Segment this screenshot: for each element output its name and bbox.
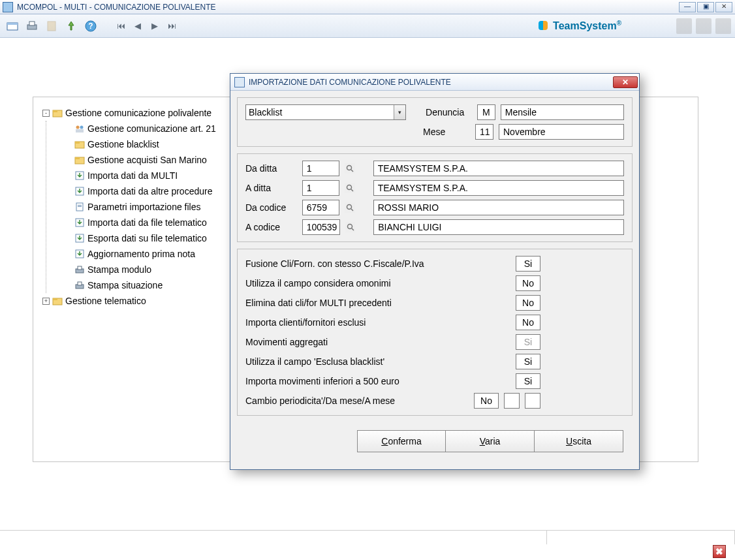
tree-item[interactable]: Importa dati da MULTI: [63, 168, 251, 183]
svg-rect-1: [7, 23, 18, 25]
tree-item-label: Gestione blacklist: [87, 136, 159, 152]
chevron-down-icon[interactable]: ▾: [394, 105, 405, 119]
import-dialog: IMPORTAZIONE DATI COMUNICAZIONE POLIVALE…: [230, 73, 640, 470]
tree-item-label: Gestione acquisti San Marino: [87, 152, 207, 168]
a-codice-desc: BIANCHI LUIGI: [373, 219, 624, 235]
denuncia-desc: Mensile: [501, 104, 624, 120]
print-icon[interactable]: [23, 18, 40, 35]
tree-item-icon: [74, 123, 85, 134]
lookup-icon[interactable]: [345, 222, 356, 232]
option-value[interactable]: No: [516, 315, 540, 330]
svg-line-37: [352, 228, 354, 230]
dialog-close-button[interactable]: ✕: [613, 76, 638, 88]
svg-point-34: [347, 205, 351, 210]
lookup-icon[interactable]: [345, 202, 355, 213]
tree-item-label: Stampa situazione: [87, 277, 163, 293]
svg-rect-11: [76, 129, 84, 132]
clipboard-icon[interactable]: [43, 18, 60, 35]
option-value[interactable]: Si: [516, 373, 540, 389]
help-icon[interactable]: ?: [82, 18, 99, 35]
da-ditta-label: Da ditta: [245, 163, 297, 174]
nav-prev-icon[interactable]: ◀: [132, 20, 144, 32]
option-row: Importa movimenti inferiori a 500 euroSi: [245, 373, 624, 389]
tree-item-icon: [74, 139, 85, 149]
brand-name: TeamSystem®: [553, 20, 621, 32]
a-ditta-label: A ditta: [245, 183, 297, 193]
option-label: Utilizza il campo 'Esclusa blacklist': [245, 356, 510, 367]
svg-line-35: [351, 209, 353, 211]
option-value[interactable]: Si: [516, 256, 540, 272]
tree-item[interactable]: Importa dati da altre procedure: [63, 183, 251, 199]
nav-last-icon[interactable]: ⏭: [166, 20, 178, 32]
a-codice-field[interactable]: 100539: [302, 219, 340, 235]
nav-first-icon[interactable]: ⏮: [115, 20, 127, 32]
folder-icon: [52, 296, 63, 306]
maximize-button[interactable]: ▣: [697, 2, 714, 12]
option-value[interactable]: Si: [516, 354, 540, 369]
tree-item[interactable]: Gestione comunicazione art. 21: [63, 121, 251, 136]
statusbar: ✖: [0, 530, 735, 560]
tree-item-icon: [74, 264, 85, 275]
denuncia-code-field[interactable]: M: [477, 104, 495, 120]
open-icon[interactable]: [4, 18, 21, 35]
lookup-icon[interactable]: [345, 163, 355, 174]
da-ditta-field[interactable]: 1: [302, 161, 339, 176]
option-value[interactable]: No: [516, 275, 540, 291]
option-value[interactable]: No: [474, 393, 499, 409]
period-box[interactable]: [525, 393, 540, 409]
nav-next-icon[interactable]: ▶: [149, 20, 161, 32]
tree-item-label: Importa dati da altre procedure: [87, 183, 212, 199]
option-label: Fusione Cli/Forn. con stesso C.Fiscale/P…: [245, 258, 510, 269]
option-label: Utilizza il campo considera omonimi: [245, 278, 510, 288]
group-options: Fusione Cli/Forn. con stesso C.Fiscale/P…: [237, 249, 633, 416]
tree-item-icon: [74, 155, 85, 165]
option-value[interactable]: No: [516, 295, 540, 311]
mese-num-field[interactable]: 11: [475, 124, 493, 140]
tree-node-telematico[interactable]: + Gestione telematico: [42, 293, 251, 309]
tree-item[interactable]: Aggiornamento prima nota: [63, 246, 251, 262]
a-ditta-field[interactable]: 1: [302, 180, 339, 196]
folder-icon: [52, 108, 63, 118]
tree-item[interactable]: Parametri importazione files: [63, 199, 251, 215]
tree-node-polivalente[interactable]: - Gestione comunicazione polivalente: [42, 105, 251, 121]
tree-expand-icon[interactable]: -: [42, 110, 50, 117]
status-cell: [0, 531, 547, 544]
status-close-icon[interactable]: ✖: [713, 545, 726, 558]
tree-expand-icon[interactable]: +: [42, 298, 50, 305]
tree-item-icon: [74, 249, 85, 259]
tree-item[interactable]: Esporta dati su file telematico: [63, 230, 251, 246]
window-title: MCOMPOL - MULTI - COMUNICAZIONE POLIVALE…: [17, 3, 679, 12]
conferma-button[interactable]: Conferma: [357, 430, 446, 452]
tree-item[interactable]: Importa dati da file telematico: [63, 215, 251, 230]
export-icon[interactable]: [63, 18, 80, 35]
window-controls: — ▣ ✕: [679, 2, 732, 12]
tree-item[interactable]: Gestione blacklist: [63, 136, 251, 152]
da-codice-label: Da codice: [245, 202, 297, 213]
tree-item[interactable]: Stampa modulo: [63, 262, 251, 277]
disabled-tool-3-icon: [715, 18, 731, 34]
da-ditta-desc: TEAMSYSTEM S.P.A.: [373, 161, 624, 176]
tree-item-icon: [74, 233, 85, 243]
tipo-combo[interactable]: Blacklist ▾: [245, 104, 406, 120]
a-codice-label: A codice: [245, 222, 297, 232]
combo-value: Blacklist: [249, 107, 282, 117]
svg-rect-13: [75, 142, 80, 144]
svg-rect-20: [78, 206, 82, 207]
tree-item[interactable]: Gestione acquisti San Marino: [63, 152, 251, 168]
svg-line-33: [351, 189, 353, 191]
close-button[interactable]: ✕: [715, 2, 732, 12]
group-header: Blacklist ▾ Denuncia M Mensile Mese 11 N…: [237, 97, 633, 147]
uscita-button[interactable]: Uscita: [535, 430, 623, 452]
svg-line-31: [351, 170, 353, 172]
svg-rect-4: [48, 22, 55, 31]
da-codice-field[interactable]: 6759: [302, 200, 339, 215]
tree-item-label: Gestione comunicazione art. 21: [87, 121, 216, 136]
minimize-button[interactable]: —: [679, 2, 696, 12]
svg-rect-3: [29, 22, 35, 25]
period-box[interactable]: [504, 393, 520, 409]
lookup-icon[interactable]: [345, 183, 355, 193]
mese-label: Mese: [423, 127, 470, 137]
varia-button[interactable]: Varia: [446, 430, 535, 452]
brand-logo-icon: [537, 20, 549, 31]
tree-item[interactable]: Stampa situazione: [63, 277, 251, 293]
